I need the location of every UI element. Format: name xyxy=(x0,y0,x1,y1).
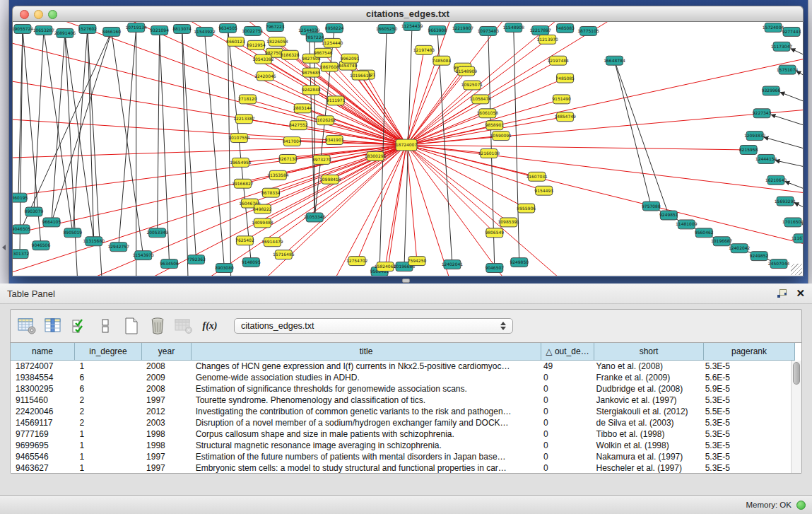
left-collapsed-panel[interactable] xyxy=(0,0,9,284)
graph-node[interactable]: 14854749 xyxy=(554,112,576,122)
table-vertical-scrollbar[interactable] xyxy=(791,361,801,473)
close-panel-icon[interactable]: ✕ xyxy=(796,288,805,298)
zoom-window-icon[interactable] xyxy=(48,10,57,19)
graph-node[interactable]: 17016504 xyxy=(782,218,803,227)
graph-node[interactable]: 9560462 xyxy=(695,228,714,238)
graph-node[interactable]: 9321094 xyxy=(150,25,169,35)
graph-node[interactable]: 11353584 xyxy=(267,170,289,180)
graph-node[interactable]: 2718120 xyxy=(238,95,257,104)
graph-node[interactable]: 11026262 xyxy=(314,116,336,125)
graph-node[interactable]: 12219807 xyxy=(452,23,474,33)
column-header-in_degree[interactable]: in_degree xyxy=(75,343,142,361)
graph-node[interactable]: 9875685 xyxy=(302,68,321,77)
graph-node[interactable]: 18775105 xyxy=(577,26,599,35)
graph-node[interactable]: 9634506 xyxy=(160,259,179,269)
graph-node[interactable]: 11548909 xyxy=(456,66,478,76)
float-panel-icon[interactable] xyxy=(777,288,787,298)
graph-node[interactable]: 16210643 xyxy=(765,175,787,185)
graph-node[interactable]: 11173047 xyxy=(771,42,793,51)
column-header-out_de[interactable]: △ out_de… xyxy=(541,343,594,361)
graph-node[interactable]: 15693291 xyxy=(775,197,796,206)
graph-node[interactable]: 18226058 xyxy=(266,37,288,46)
graph-node[interactable]: 11548908 xyxy=(503,23,525,32)
graph-node[interactable]: 9249852 xyxy=(750,252,769,261)
graph-node[interactable]: 10196687 xyxy=(711,237,733,246)
graph-node[interactable]: 8958224 xyxy=(325,23,344,33)
panel-splitter-handle[interactable] xyxy=(402,279,410,283)
graph-node[interactable]: 19654955 xyxy=(230,158,252,167)
graph-node[interactable]: 9757088 xyxy=(642,201,661,211)
graph-node[interactable]: 12754702 xyxy=(346,257,368,266)
graph-node[interactable]: 10998418 xyxy=(319,175,341,184)
graph-node[interactable]: 7625402 xyxy=(235,236,254,245)
graph-node[interactable]: 9151490 xyxy=(552,95,571,104)
graph-node[interactable]: 10107554 xyxy=(228,134,250,143)
graph-node[interactable]: 11315680 xyxy=(83,237,105,246)
graph-node[interactable]: 10590091 xyxy=(490,132,512,141)
graph-node[interactable]: 9046505 xyxy=(13,225,30,234)
show-column-button[interactable] xyxy=(42,315,64,337)
graph-node[interactable]: 9806549 xyxy=(485,228,504,238)
graph-node[interactable]: 12093832 xyxy=(744,132,766,141)
right-collapsed-panel[interactable] xyxy=(808,0,812,284)
table-selector-dropdown[interactable]: citations_edges.txt xyxy=(234,318,513,334)
graph-node[interactable]: 14099488 xyxy=(252,218,273,228)
graph-node[interactable]: 8813074 xyxy=(172,24,192,33)
graph-node[interactable]: 9663908 xyxy=(428,25,447,35)
graph-node[interactable]: 12444154 xyxy=(755,154,777,163)
table-settings-button[interactable] xyxy=(16,315,37,337)
graph-node[interactable]: 11481009 xyxy=(676,220,698,229)
graph-node[interactable]: 8466160 xyxy=(102,27,121,36)
graph-node[interactable]: 10196610 xyxy=(350,71,372,80)
network-graph[interactable]: 1905572410653287208914061527602846616010… xyxy=(13,22,803,276)
graph-node[interactable]: 24507044 xyxy=(768,259,790,269)
graph-node[interactable]: 9962091 xyxy=(341,54,360,63)
graph-node[interactable]: 12402041 xyxy=(442,260,464,269)
table-row[interactable]: 1456911722003Disruption of a novel membe… xyxy=(11,417,791,428)
graph-node[interactable]: 8955906 xyxy=(517,204,536,213)
table-row[interactable]: 977716911998Corpus callosum shape and si… xyxy=(11,428,791,440)
graph-node[interactable]: 9046506 xyxy=(32,241,51,250)
graph-node[interactable]: 16648784 xyxy=(604,56,625,65)
delete-table-button[interactable] xyxy=(147,315,168,337)
graph-node[interactable]: 9249850 xyxy=(510,258,529,267)
graph-node[interactable]: 8498222 xyxy=(253,204,272,214)
graph-node[interactable]: 9227343 xyxy=(753,109,772,118)
graph-node[interactable]: 9242848 xyxy=(302,86,321,95)
graph-node[interactable]: 18724007 xyxy=(396,139,418,151)
new-table-button[interactable] xyxy=(121,315,142,337)
column-header-short[interactable]: short xyxy=(594,343,704,361)
graph-node[interactable]: 9634505 xyxy=(218,23,237,33)
graph-node[interactable]: 9664105 xyxy=(42,218,61,227)
graph-node[interactable]: 1527602 xyxy=(78,24,97,33)
graph-node[interactable]: 7485083 xyxy=(555,23,575,33)
graph-node[interactable]: 10925071 xyxy=(461,81,483,90)
graph-node[interactable]: 15716485 xyxy=(273,250,295,259)
graph-node[interactable]: 12942757 xyxy=(108,243,130,252)
graph-node[interactable]: 8973270 xyxy=(312,155,331,164)
select-columns-button[interactable] xyxy=(69,315,90,337)
table-row[interactable]: 1872400712008Changes of HCN gene express… xyxy=(11,361,791,372)
graph-node[interactable]: 11167533 xyxy=(792,234,803,243)
graph-node[interactable]: 8427552 xyxy=(289,121,308,130)
window-resize-grip[interactable] xyxy=(791,264,802,275)
graph-node[interactable]: 8905019 xyxy=(64,228,83,238)
graph-node[interactable]: 15724004 xyxy=(763,23,784,32)
graph-node[interactable]: 10653287 xyxy=(33,25,55,35)
graph-node[interactable]: 16914479 xyxy=(261,238,283,247)
graph-node[interactable]: 10543392 xyxy=(252,54,274,64)
graph-node[interactable]: 7967223 xyxy=(266,22,285,31)
graph-node[interactable]: 10719134 xyxy=(125,23,147,32)
graph-node[interactable]: 7485085 xyxy=(555,74,575,83)
graph-node[interactable]: 20891406 xyxy=(54,28,76,37)
graph-node[interactable]: 9329966 xyxy=(762,86,781,95)
graph-node[interactable]: 7792363 xyxy=(187,255,206,264)
graph-node[interactable]: 8267130 xyxy=(278,154,298,163)
graph-node[interactable]: 11058474 xyxy=(470,95,492,104)
column-header-title[interactable]: title xyxy=(192,343,541,361)
graph-node[interactable]: 15824062 xyxy=(375,262,396,271)
graph-node[interactable]: 8660123 xyxy=(226,37,245,46)
column-header-name[interactable]: name xyxy=(11,343,75,361)
table-row[interactable]: 911546021997Tourette syndrome. Phenomeno… xyxy=(11,395,791,406)
table-row[interactable]: 1830029562008Estimation of significance … xyxy=(11,383,791,395)
